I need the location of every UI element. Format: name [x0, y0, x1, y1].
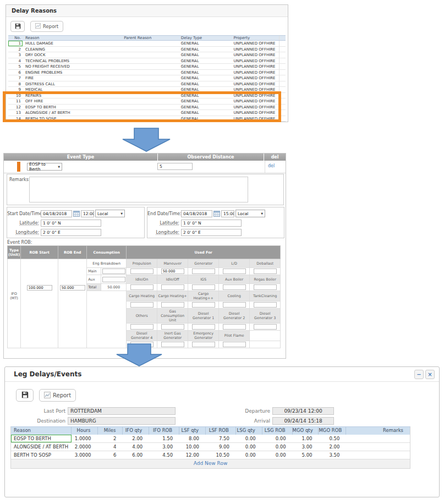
delay-reason-row[interactable]: 7FIREGENERALUNPLANNED OFFHIRE — [8, 75, 286, 81]
start-date-input[interactable] — [41, 210, 72, 217]
consumption-main-input[interactable] — [102, 269, 125, 274]
end-latitude-input[interactable] — [181, 220, 242, 227]
rob-value-input[interactable] — [161, 269, 184, 274]
arrival-field[interactable] — [272, 417, 334, 425]
rob-value-input[interactable] — [161, 342, 184, 347]
consumption-aux-input-cell — [101, 275, 127, 284]
leg-column-header[interactable]: IFO ROB — [149, 427, 179, 435]
column-header-property[interactable]: Property — [230, 36, 279, 40]
leg-delays-title: Leg Delays/Events — [14, 370, 81, 378]
delete-row-link[interactable]: del — [268, 163, 275, 168]
leg-column-header[interactable]: IFO qty — [123, 427, 149, 435]
rob-value-input[interactable] — [130, 324, 154, 330]
delay-reason-row[interactable]: 9MEDICALGENERALUNPLANNED OFFHIRE — [8, 87, 286, 93]
report-button[interactable]: Report — [39, 389, 76, 402]
remarks-textarea[interactable] — [29, 177, 248, 202]
used-for-label: Others — [127, 309, 157, 324]
leg-column-header[interactable]: LSG ROB — [262, 427, 293, 435]
save-button[interactable] — [10, 21, 25, 32]
delay-reasons-title: Delay Reasons — [6, 5, 288, 17]
delay-reason-row[interactable]: 10REPAIRSGENERALUNPLANNED OFFHIRE — [8, 93, 286, 99]
end-longitude-input[interactable] — [181, 229, 242, 236]
start-longitude-input[interactable] — [41, 229, 101, 236]
rob-value-input[interactable] — [192, 269, 215, 274]
calendar-icon[interactable] — [213, 211, 220, 217]
del-column-divider — [265, 161, 265, 173]
minimize-button[interactable]: − — [414, 370, 424, 379]
delay-type-cell: GENERAL — [176, 47, 231, 52]
leg-column-header[interactable]: LSF qty — [179, 427, 206, 435]
end-timezone-select[interactable]: Local ▼ — [235, 210, 265, 217]
leg-column-header[interactable]: Hours — [72, 427, 98, 435]
column-header-parent-reason[interactable]: Parent Reason — [122, 36, 176, 40]
delay-reason-row[interactable]: 2CLEANINGGENERALUNPLANNED OFFHIRE — [8, 47, 286, 53]
start-datetime-label: Start Date/Time: — [7, 211, 39, 216]
end-date-input[interactable] — [181, 210, 212, 217]
rob-start-input[interactable] — [27, 285, 52, 291]
rob-value-input[interactable] — [223, 284, 246, 290]
rob-value-input[interactable] — [192, 284, 215, 290]
rob-value-input[interactable] — [254, 302, 277, 308]
rob-value-input[interactable] — [223, 302, 246, 308]
delay-reason-row[interactable]: 12EOSP TO BERTHGENERALUNPLANNED OFFHIRE — [8, 105, 286, 111]
leg-delay-row[interactable]: EOSP TO BERTH1.000022.001.508.007.500.00… — [11, 435, 410, 443]
rob-value-input[interactable] — [130, 269, 154, 274]
save-button[interactable] — [16, 389, 34, 402]
rob-end-input[interactable] — [60, 285, 85, 291]
rob-header-consumption: Consumption — [87, 246, 127, 259]
delay-reason-row[interactable]: 5NO FREIGHT RECEIVEDGENERALUNPLANNED OFF… — [8, 64, 286, 70]
destination-field[interactable] — [68, 417, 176, 425]
rob-value-input[interactable] — [192, 324, 215, 330]
rob-value-input[interactable] — [130, 302, 154, 308]
rob-value-input[interactable] — [130, 284, 154, 290]
rob-value-input[interactable] — [192, 342, 215, 347]
last-port-field[interactable] — [68, 407, 176, 415]
start-timezone-select[interactable]: Local ▼ — [95, 210, 125, 217]
column-header-no[interactable]: No. — [8, 36, 23, 40]
rob-value-input[interactable] — [254, 324, 277, 330]
leg-column-header[interactable]: LSF ROB — [206, 427, 236, 435]
leg-column-header[interactable]: Miles — [98, 427, 123, 435]
close-button[interactable]: × — [425, 370, 435, 379]
event-type-select[interactable]: EOSP to Berth ▼ — [27, 163, 62, 171]
calendar-icon[interactable] — [73, 211, 80, 217]
add-new-row-link[interactable]: Add New Row — [11, 459, 410, 468]
row-spacer-cell — [279, 64, 286, 69]
rob-value-input[interactable] — [223, 324, 246, 330]
end-time-input[interactable] — [221, 210, 234, 217]
start-time-input[interactable] — [81, 210, 94, 217]
start-latitude-input[interactable] — [41, 220, 101, 227]
leg-column-header[interactable]: Reason — [11, 427, 72, 435]
rob-value-input[interactable] — [192, 302, 215, 308]
departure-field[interactable] — [272, 407, 334, 415]
column-header-reason[interactable]: Reason — [23, 36, 122, 40]
rob-value-input[interactable] — [254, 284, 277, 290]
rob-value-input[interactable] — [161, 302, 184, 308]
leg-delay-row[interactable]: BERTH TO SOSP3.000066.004.5012.0010.500.… — [11, 451, 410, 459]
report-button[interactable]: Report — [30, 21, 63, 32]
leg-delay-row[interactable]: ALONGSIDE / AT BERTH2.000044.003.0010.00… — [11, 443, 410, 451]
leg-column-header[interactable]: MGO qty — [293, 427, 319, 435]
delay-reason-row[interactable]: 3DRY DOCKGENERALUNPLANNED OFFHIRE — [8, 52, 286, 58]
observed-distance-input[interactable] — [157, 163, 193, 170]
rob-value-input[interactable] — [254, 269, 277, 274]
reason-cell: REPAIRS — [23, 93, 122, 98]
leg-column-header[interactable]: MGO ROB — [319, 427, 346, 435]
delay-reason-row[interactable]: 4TECHNICAL PROBLEMSGENERALUNPLANNED OFFH… — [8, 58, 286, 64]
rob-value-input[interactable] — [223, 269, 246, 274]
rob-header-end: ROB End — [58, 246, 87, 259]
column-header-delay-type[interactable]: Delay Type — [176, 36, 231, 40]
leg-column-header[interactable]: LSG qty — [236, 427, 262, 435]
rob-value-input[interactable] — [161, 284, 184, 290]
delay-reason-row[interactable]: 8DISTRESS CALLGENERALUNPLANNED OFFHIRE — [8, 81, 286, 87]
delay-reason-row[interactable]: 13ALONGSIDE / AT BERTHGENERALUNPLANNED O… — [8, 110, 286, 116]
delay-reason-row[interactable]: 11OFF HIREGENERALUNPLANNED OFFHIRE — [8, 98, 286, 105]
leg-column-header[interactable]: Remarks — [346, 427, 410, 435]
rob-value-input[interactable] — [161, 324, 184, 330]
consumption-aux-input[interactable] — [102, 277, 125, 282]
delay-reason-row[interactable]: 1HULL DAMAGEGENERALUNPLANNED OFFHIRE — [8, 41, 286, 47]
rob-value-input[interactable] — [223, 342, 246, 347]
delay-reason-row[interactable]: 14BERTH TO SOSPGENERALUNPLANNED OFFHIRE — [8, 116, 286, 122]
delay-reason-row[interactable]: 6ENGINE PROBLEMSGENERALUNPLANNED OFFHIRE — [8, 70, 286, 76]
row-number-cell: 10 — [8, 93, 23, 98]
